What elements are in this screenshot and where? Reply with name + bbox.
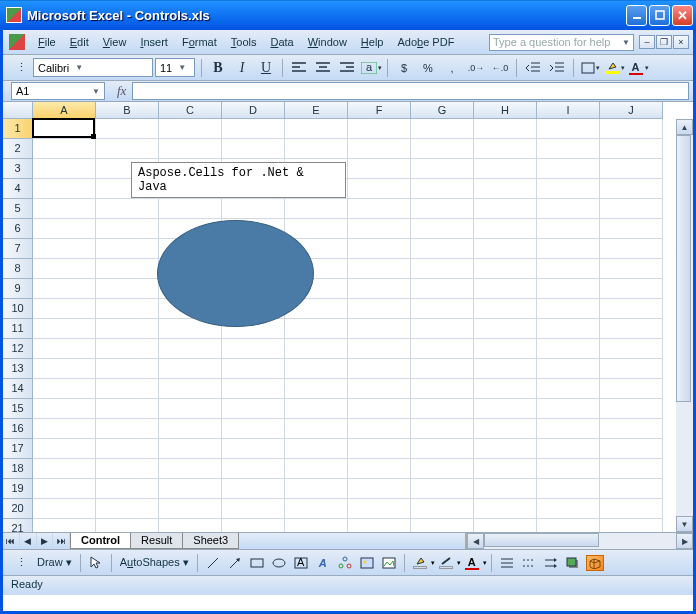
cell[interactable] — [411, 159, 474, 179]
cell[interactable] — [96, 219, 159, 239]
cell[interactable] — [348, 439, 411, 459]
cell[interactable] — [600, 119, 663, 139]
underline-button[interactable]: U — [255, 57, 277, 79]
row-header-11[interactable]: 11 — [3, 319, 33, 339]
cell[interactable] — [600, 419, 663, 439]
row-header-14[interactable]: 14 — [3, 379, 33, 399]
tab-next-button[interactable]: ▶ — [37, 533, 54, 549]
cell[interactable] — [159, 439, 222, 459]
cell[interactable] — [222, 479, 285, 499]
workbook-restore[interactable]: ❐ — [656, 35, 672, 49]
align-center-button[interactable] — [312, 57, 334, 79]
cell[interactable] — [348, 499, 411, 519]
minimize-button[interactable] — [626, 5, 647, 26]
cell[interactable] — [537, 299, 600, 319]
cell[interactable] — [474, 159, 537, 179]
cell[interactable] — [537, 399, 600, 419]
cell[interactable] — [33, 339, 96, 359]
font-selector[interactable]: Calibri▼ — [33, 58, 153, 77]
decrease-decimal-button[interactable]: ←.0 — [489, 57, 511, 79]
col-header-a[interactable]: A — [33, 102, 96, 119]
cell[interactable] — [159, 399, 222, 419]
cell[interactable] — [285, 399, 348, 419]
select-all-corner[interactable] — [3, 102, 33, 119]
cell[interactable] — [159, 419, 222, 439]
cell[interactable] — [348, 219, 411, 239]
cell[interactable] — [411, 419, 474, 439]
cell[interactable] — [600, 479, 663, 499]
currency-button[interactable]: $ — [393, 57, 415, 79]
cell[interactable] — [474, 279, 537, 299]
cell[interactable] — [348, 359, 411, 379]
cell[interactable] — [474, 259, 537, 279]
cell[interactable] — [159, 199, 222, 219]
cell[interactable] — [285, 199, 348, 219]
cell[interactable] — [96, 499, 159, 519]
cell[interactable] — [537, 279, 600, 299]
col-header-e[interactable]: E — [285, 102, 348, 119]
cell[interactable] — [285, 359, 348, 379]
row-header-20[interactable]: 20 — [3, 499, 33, 519]
cell[interactable] — [33, 239, 96, 259]
cell[interactable] — [348, 279, 411, 299]
cell[interactable] — [285, 139, 348, 159]
col-header-f[interactable]: F — [348, 102, 411, 119]
cell[interactable] — [537, 459, 600, 479]
shadow-button[interactable] — [564, 555, 582, 571]
cell[interactable] — [600, 379, 663, 399]
cell[interactable] — [348, 419, 411, 439]
menu-help[interactable]: Help — [354, 34, 391, 50]
cell[interactable] — [96, 319, 159, 339]
bold-button[interactable]: B — [207, 57, 229, 79]
sheet-tab-sheet3[interactable]: Sheet3 — [182, 533, 239, 549]
cell[interactable] — [411, 199, 474, 219]
cell[interactable] — [600, 179, 663, 199]
row-header-2[interactable]: 2 — [3, 139, 33, 159]
cell[interactable] — [33, 439, 96, 459]
maximize-button[interactable] — [649, 5, 670, 26]
row-header-12[interactable]: 12 — [3, 339, 33, 359]
cell[interactable] — [222, 439, 285, 459]
cell[interactable] — [159, 379, 222, 399]
col-header-i[interactable]: I — [537, 102, 600, 119]
cell[interactable] — [222, 199, 285, 219]
row-header-18[interactable]: 18 — [3, 459, 33, 479]
cell[interactable] — [33, 199, 96, 219]
cell[interactable] — [222, 359, 285, 379]
cell[interactable] — [222, 139, 285, 159]
cell[interactable] — [474, 499, 537, 519]
row-header-10[interactable]: 10 — [3, 299, 33, 319]
cell[interactable] — [474, 199, 537, 219]
textbox-button[interactable]: A — [292, 555, 310, 571]
cell[interactable] — [600, 459, 663, 479]
menu-edit[interactable]: Edit — [63, 34, 96, 50]
name-box[interactable]: A1▼ — [11, 82, 105, 100]
scroll-up-button[interactable]: ▲ — [676, 119, 693, 135]
cell[interactable] — [33, 139, 96, 159]
row-header-9[interactable]: 9 — [3, 279, 33, 299]
cell[interactable] — [33, 499, 96, 519]
fx-icon[interactable]: fx — [117, 83, 126, 99]
cell[interactable] — [411, 399, 474, 419]
cell[interactable] — [537, 239, 600, 259]
row-header-3[interactable]: 3 — [3, 159, 33, 179]
cell[interactable] — [411, 339, 474, 359]
cell[interactable] — [348, 379, 411, 399]
cell[interactable] — [537, 119, 600, 139]
cell[interactable] — [348, 339, 411, 359]
cell[interactable] — [411, 379, 474, 399]
cell[interactable] — [474, 219, 537, 239]
cell[interactable] — [222, 119, 285, 139]
cell[interactable] — [474, 179, 537, 199]
rectangle-button[interactable] — [248, 555, 266, 571]
cell[interactable] — [537, 439, 600, 459]
cell[interactable] — [411, 479, 474, 499]
cell[interactable] — [159, 339, 222, 359]
merge-center-button[interactable]: a▾ — [360, 57, 382, 79]
cell[interactable] — [285, 319, 348, 339]
cell[interactable] — [96, 399, 159, 419]
cell[interactable] — [285, 419, 348, 439]
row-header-15[interactable]: 15 — [3, 399, 33, 419]
cell[interactable] — [600, 139, 663, 159]
cell[interactable] — [96, 459, 159, 479]
